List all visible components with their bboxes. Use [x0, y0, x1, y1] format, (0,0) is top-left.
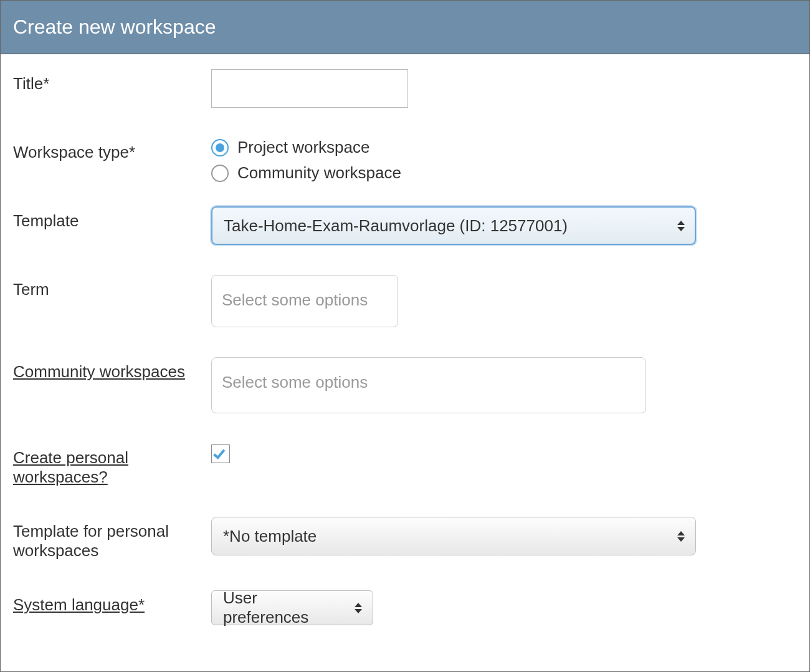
caret-down-icon	[677, 227, 685, 231]
system-language-select-wrap: User preferences	[211, 590, 373, 625]
community-workspaces-placeholder: Select some options	[222, 373, 368, 391]
row-title: Title*	[13, 69, 797, 108]
template-select-value: Take-Home-Exam-Raumvorlage (ID: 12577001…	[224, 216, 568, 236]
caret-down-icon	[677, 537, 685, 542]
radio-community[interactable]	[211, 165, 229, 182]
caret-down-icon	[355, 609, 362, 613]
radio-dot-icon	[216, 143, 224, 152]
personal-template-value: *No template	[223, 527, 317, 546]
radio-project-label: Project workspace	[237, 138, 369, 157]
personal-workspaces-checkbox[interactable]	[211, 444, 230, 463]
template-select[interactable]: Take-Home-Exam-Raumvorlage (ID: 12577001…	[211, 206, 696, 245]
personal-template-label: Template for personal workspaces	[13, 517, 211, 560]
caret-up-icon	[677, 531, 685, 535]
term-label: Term	[13, 275, 211, 299]
row-community-workspaces: Community workspaces Select some options	[13, 357, 797, 413]
radio-project[interactable]	[211, 139, 229, 156]
workspace-type-label: Workspace type*	[13, 138, 211, 162]
workspace-type-control: Project workspace Community workspace	[211, 138, 797, 189]
system-language-control: User preferences	[211, 590, 797, 625]
template-select-wrap: Take-Home-Exam-Raumvorlage (ID: 12577001…	[211, 206, 696, 245]
updown-icon	[355, 601, 363, 615]
system-language-select[interactable]: User preferences	[211, 590, 373, 625]
personal-template-select-wrap: *No template	[211, 517, 696, 555]
title-input[interactable]	[211, 69, 408, 108]
community-workspaces-multiselect[interactable]: Select some options	[211, 357, 646, 413]
term-multiselect[interactable]: Select some options	[211, 275, 398, 327]
template-label: Template	[13, 206, 211, 231]
term-placeholder: Select some options	[222, 290, 368, 309]
row-system-language: System language* User preferences	[13, 590, 797, 625]
updown-icon	[677, 219, 686, 233]
row-personal-workspaces: Create personal workspaces?	[13, 443, 797, 487]
row-term: Term Select some options	[13, 275, 797, 327]
personal-template-select[interactable]: *No template	[211, 517, 696, 555]
panel-title-text: Create new workspace	[13, 16, 216, 38]
term-control: Select some options	[211, 275, 797, 327]
radio-project-row: Project workspace	[211, 138, 797, 157]
create-workspace-panel: Create new workspace Title* Workspace ty…	[0, 0, 810, 672]
system-language-value: User preferences	[223, 588, 344, 627]
personal-workspaces-label[interactable]: Create personal workspaces?	[13, 443, 211, 487]
row-personal-template: Template for personal workspaces *No tem…	[13, 517, 797, 560]
panel-title: Create new workspace	[1, 1, 809, 54]
radio-community-label: Community workspace	[237, 163, 401, 183]
updown-icon	[677, 529, 686, 543]
title-control	[211, 69, 797, 108]
panel-body: Title* Workspace type* Project workspace	[1, 54, 809, 640]
row-template: Template Take-Home-Exam-Raumvorlage (ID:…	[13, 206, 797, 245]
row-workspace-type: Workspace type* Project workspace Commun…	[13, 138, 797, 189]
template-control: Take-Home-Exam-Raumvorlage (ID: 12577001…	[211, 206, 797, 245]
caret-up-icon	[677, 221, 685, 225]
community-workspaces-control: Select some options	[211, 357, 797, 413]
caret-up-icon	[355, 603, 362, 607]
personal-workspaces-control	[211, 443, 797, 464]
community-workspaces-label[interactable]: Community workspaces	[13, 357, 211, 382]
radio-community-row: Community workspace	[211, 163, 797, 183]
system-language-label[interactable]: System language*	[13, 590, 211, 615]
check-icon	[214, 448, 227, 460]
personal-template-control: *No template	[211, 517, 797, 555]
title-label: Title*	[13, 69, 211, 94]
